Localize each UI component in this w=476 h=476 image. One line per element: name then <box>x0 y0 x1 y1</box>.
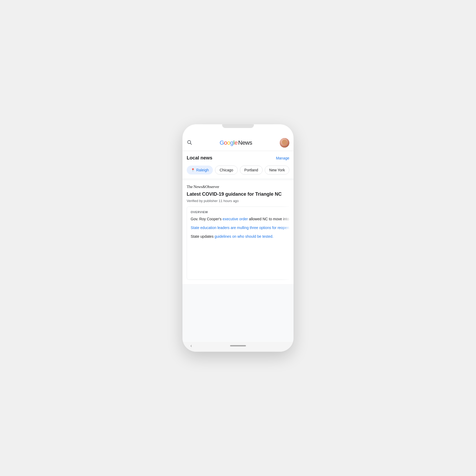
overview-para3: State updates guidelines on who should b… <box>191 234 289 239</box>
tab-newyork-label: New York <box>269 168 285 172</box>
logo-o2: o <box>227 139 230 146</box>
home-indicator <box>230 345 246 346</box>
publisher-logo: The News&Observer <box>187 185 289 189</box>
avatar[interactable] <box>280 138 289 148</box>
avatar-image <box>280 138 289 148</box>
logo-o1: o <box>224 139 227 146</box>
executive-order-link[interactable]: executive order <box>223 217 248 221</box>
logo-news-text: News <box>238 139 252 146</box>
logo-g2: g <box>230 139 234 146</box>
tab-portland-label: Portland <box>244 168 258 172</box>
article-meta: Verified by publisher 11 hours ago <box>187 199 289 203</box>
overview-text2: allowed NC to move into a "modest" Phase… <box>248 217 289 221</box>
phone-screen: Google News Local news Manage 📍 Raleigh <box>182 124 294 352</box>
overview-text3: State updates <box>191 234 214 239</box>
guidelines-link[interactable]: guidelines on who should be tested. <box>214 234 273 239</box>
content-area: Local news Manage 📍 Raleigh Chicago Port… <box>182 151 294 342</box>
tab-raleigh-label: Raleigh <box>196 168 209 172</box>
logo-e: e <box>235 139 238 146</box>
panels-container: OVERVIEW Gov. Roy Cooper's executive ord… <box>187 207 289 280</box>
overview-text1: Gov. Roy Cooper's <box>191 217 223 221</box>
back-button[interactable]: ‹ <box>190 343 192 349</box>
pin-icon: 📍 <box>191 168 195 172</box>
location-tabs: 📍 Raleigh Chicago Portland New York <box>182 163 294 178</box>
tab-portland[interactable]: Portland <box>240 166 263 175</box>
section-header: Local news Manage <box>182 151 294 163</box>
article-card: The News&Observer Latest COVID-19 guidan… <box>182 180 294 284</box>
bottom-bar: ‹ <box>182 342 294 352</box>
search-icon[interactable] <box>187 140 192 146</box>
logo-g: G <box>219 139 224 146</box>
section-title: Local news <box>187 155 212 161</box>
search-bar: Google News <box>182 124 294 151</box>
panels-row: OVERVIEW Gov. Roy Cooper's executive ord… <box>187 207 289 280</box>
overview-panel: OVERVIEW Gov. Roy Cooper's executive ord… <box>187 207 289 280</box>
tab-chicago-label: Chicago <box>219 168 233 172</box>
tab-raleigh[interactable]: 📍 Raleigh <box>187 166 213 175</box>
phone-shell: Google News Local news Manage 📍 Raleigh <box>182 124 294 352</box>
education-link[interactable]: State education leaders are mulling thre… <box>191 225 289 231</box>
google-news-logo: Google News <box>195 139 277 146</box>
manage-button[interactable]: Manage <box>276 156 289 160</box>
overview-para1: Gov. Roy Cooper's executive order allowe… <box>191 216 289 222</box>
phone-notch <box>222 124 254 128</box>
tab-chicago[interactable]: Chicago <box>215 166 237 175</box>
tab-newyork[interactable]: New York <box>265 166 289 175</box>
svg-line-1 <box>190 143 192 144</box>
article-title[interactable]: Latest COVID-19 guidance for Triangle NC <box>187 191 289 197</box>
overview-label: OVERVIEW <box>191 210 289 214</box>
